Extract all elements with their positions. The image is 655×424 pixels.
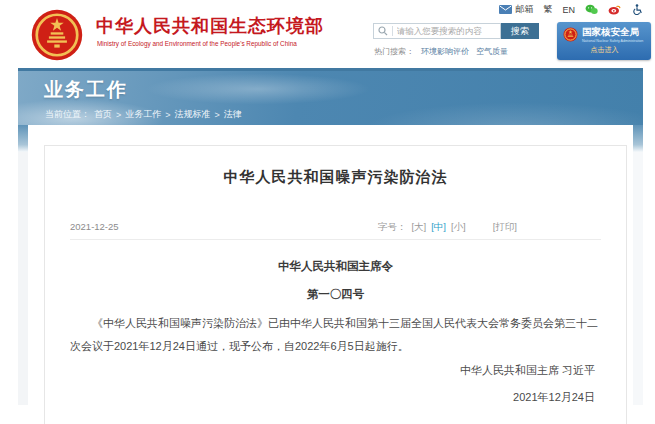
mail-link[interactable]: 邮箱 (499, 3, 533, 16)
section-title: 业务工作 (44, 77, 128, 103)
traditional-label: 繁 (543, 3, 552, 16)
hot-search-row: 热门搜索： 环境影响评价 空气质量 (374, 46, 508, 57)
utility-bar: 邮箱 繁 EN (499, 3, 644, 16)
national-emblem-icon (30, 8, 84, 62)
search-divider (392, 26, 393, 36)
font-size-label: 字号： (378, 221, 407, 234)
banner-left-tab (18, 125, 28, 153)
accessibility-link[interactable] (631, 4, 644, 15)
font-size-small-button[interactable]: [小] (451, 221, 466, 234)
mail-icon (499, 4, 512, 15)
english-link[interactable]: EN (562, 5, 575, 15)
site-logo-link[interactable]: 中华人民共和国生态环境部 Ministry of Ecology and Env… (30, 8, 370, 62)
breadcrumb-home[interactable]: 首页 (94, 108, 112, 121)
search-row: 搜索 (373, 23, 539, 39)
article-toolbar: 字号： [大] [中] [小] [打印] (378, 221, 517, 234)
breadcrumb-separator: > (215, 110, 220, 120)
weibo-link[interactable] (608, 4, 621, 15)
nuclear-badge-emblem-icon (563, 27, 578, 42)
breadcrumb-separator: > (116, 110, 121, 120)
breadcrumb-laws[interactable]: 法律 (224, 108, 242, 121)
section-banner: 业务工作 当前位置： 首页 > 业务工作 > 法规标准 > 法律 (18, 68, 643, 125)
article-paragraph: 《中华人民共和国噪声污染防治法》已由中华人民共和国第十三届全国人民代表大会常务委… (70, 312, 598, 358)
accessibility-icon (631, 4, 644, 15)
font-size-large-button[interactable]: [大] (411, 221, 426, 234)
left-edge-strip (18, 152, 28, 405)
print-button[interactable]: [打印] (493, 221, 517, 234)
mail-label: 邮箱 (515, 3, 533, 16)
site-title: 中华人民共和国生态环境部 (96, 14, 324, 38)
hot-search-label: 热门搜索： (374, 46, 414, 57)
search-button[interactable]: 搜索 (501, 23, 539, 39)
wechat-icon (585, 4, 598, 15)
weibo-icon (608, 4, 621, 15)
nuclear-safety-badge[interactable]: 国家核安全局 National Nuclear Safety Administr… (557, 22, 651, 60)
search-box (373, 23, 501, 39)
right-edge-strip (633, 152, 643, 405)
nuclear-badge-texts: 国家核安全局 National Nuclear Safety Administr… (582, 26, 643, 43)
wechat-link[interactable] (585, 4, 598, 15)
traditional-chinese-link[interactable]: 繁 (543, 3, 552, 16)
publish-date: 2021-12-25 (70, 221, 119, 232)
signature-date: 2021年12月24日 (513, 390, 595, 405)
hot-search-link-eia[interactable]: 环境影响评价 (421, 46, 469, 57)
nuclear-badge-title: 国家核安全局 (582, 26, 643, 39)
decree-number: 第一〇四号 (44, 287, 627, 302)
breadcrumb-separator: > (165, 110, 170, 120)
nuclear-badge-row: 国家核安全局 National Nuclear Safety Administr… (563, 26, 646, 43)
decree-heading: 中华人民共和国主席令 (44, 259, 627, 274)
nuclear-badge-subtitle: National Nuclear Safety Administration (582, 39, 643, 43)
nuclear-badge-enter-label: 点击进入 (563, 45, 646, 55)
breadcrumb-business[interactable]: 业务工作 (125, 108, 161, 121)
banner-right-tab (633, 125, 643, 153)
font-size-medium-button[interactable]: [中] (431, 221, 446, 234)
search-icon (378, 26, 389, 37)
breadcrumb-label: 当前位置： (45, 108, 90, 121)
breadcrumb: 当前位置： 首页 > 业务工作 > 法规标准 > 法律 (45, 108, 242, 121)
document-title: 中华人民共和国噪声污染防治法 (44, 168, 627, 187)
search-input[interactable] (397, 26, 496, 36)
site-subtitle: Ministry of Ecology and Environment of t… (97, 40, 297, 47)
page: 中华人民共和国生态环境部 Ministry of Ecology and Env… (0, 0, 655, 424)
signature-line: 中华人民共和国主席 习近平 (460, 363, 595, 378)
hot-search-link-air[interactable]: 空气质量 (476, 46, 508, 57)
breadcrumb-regulations[interactable]: 法规标准 (175, 108, 211, 121)
english-label: EN (562, 5, 575, 15)
meta-divider (70, 239, 601, 240)
